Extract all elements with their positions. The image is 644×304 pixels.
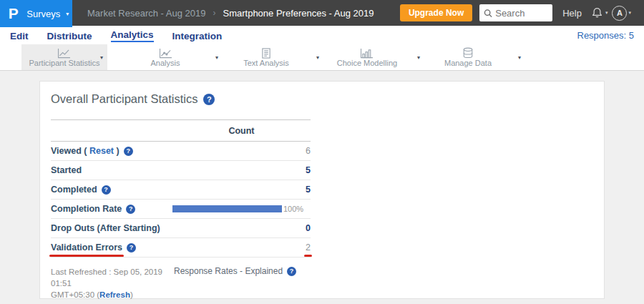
tab-participant-statistics[interactable]: Participant Statistics ▾: [21, 44, 107, 70]
breadcrumb-parent[interactable]: Market Research - Aug 2019: [87, 8, 205, 19]
help-icon[interactable]: ?: [126, 205, 135, 214]
tab-choice-modelling[interactable]: Choice Modelling ▾: [324, 44, 410, 70]
breadcrumb-current: Smartphone Preferences - Aug 2019: [223, 8, 374, 19]
breadcrumb: Market Research - Aug 2019 › Smartphone …: [87, 8, 374, 19]
reset-link[interactable]: Reset: [89, 146, 114, 156]
nav-tab-analytics[interactable]: Analytics: [111, 28, 154, 42]
row-value: 6: [172, 146, 311, 156]
product-menu[interactable]: P Surveys ▾: [0, 0, 72, 27]
last-refreshed-line1: Last Refreshed : Sep 05, 2019 01:51: [51, 268, 162, 288]
chevron-down-icon[interactable]: ▾: [518, 54, 521, 61]
page-title: Overall Participant Statistics: [51, 92, 197, 106]
table-row-validation-errors: Validation Errors? 2: [51, 238, 311, 258]
row-label: Completed: [51, 185, 97, 195]
notifications-menu[interactable]: ▾: [590, 6, 613, 19]
search-box[interactable]: [479, 4, 552, 21]
table-row-completion-rate: Completion Rate? 100%: [51, 200, 311, 219]
row-label: Started: [51, 165, 82, 175]
top-navbar: P Surveys ▾ Market Research - Aug 2019 ›…: [0, 0, 644, 26]
chevron-down-icon[interactable]: ▾: [215, 54, 218, 61]
upgrade-now-button[interactable]: Upgrade Now: [400, 4, 472, 21]
last-refreshed-suffix: ): [130, 290, 133, 299]
search-icon: [484, 9, 492, 18]
scatter-chart-icon: [159, 48, 172, 59]
help-icon[interactable]: ?: [102, 185, 111, 195]
responses-count[interactable]: Responses: 5: [577, 30, 635, 41]
line-chart-icon: [57, 48, 71, 59]
tab-text-analysis[interactable]: Text Analysis ▾: [223, 44, 309, 70]
database-icon: [462, 47, 474, 59]
table-row-drop-outs: Drop Outs (After Starting) 0: [51, 219, 311, 238]
row-value: 5: [172, 165, 311, 175]
questionpro-logo-icon: P: [9, 6, 19, 22]
table-row-started: Started 5: [51, 161, 311, 180]
last-refreshed-text: Last Refreshed : Sep 05, 2019 01:51 GMT+…: [51, 266, 174, 300]
statistics-table: Count Viewed ( Reset )? 6 Started 5 Comp…: [51, 119, 311, 258]
row-label: Viewed (: [51, 146, 89, 156]
table-header-row: Count: [51, 119, 311, 142]
account-menu[interactable]: A ▾: [612, 6, 635, 21]
breadcrumb-separator-icon: ›: [213, 8, 215, 18]
refresh-link[interactable]: Refresh: [99, 290, 130, 299]
nav-tab-edit[interactable]: Edit: [10, 29, 29, 41]
app-window: P Surveys ▾ Market Research - Aug 2019 ›…: [0, 0, 644, 304]
last-refreshed-line2: GMT+05:30 (: [51, 290, 99, 299]
row-label-suffix: ): [114, 146, 119, 156]
participant-statistics-card: Overall Participant Statistics ? Count V…: [39, 81, 605, 299]
nav-tab-integration[interactable]: Integration: [172, 29, 223, 41]
avatar: A: [612, 6, 627, 21]
row-value: 5: [172, 185, 311, 195]
chevron-down-icon[interactable]: ▾: [316, 54, 319, 61]
chevron-down-icon: ▾: [66, 11, 69, 17]
completion-rate-cell: 100%: [172, 205, 311, 213]
tab-analysis[interactable]: Analysis ▾: [122, 44, 208, 70]
bar-chart-icon: [360, 48, 374, 59]
tab-label: Analysis: [151, 59, 180, 67]
tab-label: Choice Modelling: [337, 59, 397, 67]
response-rates-explained: Response Rates - Explained ?: [174, 266, 296, 276]
completion-rate-bar-fill: [172, 205, 282, 212]
table-row-viewed: Viewed ( Reset )? 6: [51, 142, 311, 161]
help-icon[interactable]: ?: [127, 243, 136, 252]
chevron-down-icon[interactable]: ▾: [417, 54, 420, 61]
help-icon[interactable]: ?: [124, 147, 133, 156]
tab-label: Manage Data: [444, 59, 492, 67]
tab-label: Text Analysis: [243, 59, 289, 67]
bell-icon: [590, 6, 604, 19]
search-input[interactable]: [495, 8, 548, 19]
tab-manage-data[interactable]: Manage Data ▾: [425, 44, 511, 70]
nav-tab-distribute[interactable]: Distribute: [47, 29, 92, 41]
row-label: Completion Rate: [51, 204, 122, 214]
chevron-down-icon: ▾: [628, 10, 631, 16]
tab-label: Participant Statistics: [29, 59, 99, 67]
count-column-header: Count: [172, 126, 311, 136]
chevron-down-icon[interactable]: ▾: [100, 54, 103, 61]
row-value-annotated: 2: [306, 242, 311, 252]
analytics-toolbar: Participant Statistics ▾ Analysis ▾ Text…: [0, 44, 644, 71]
row-label-annotated: Validation Errors: [51, 242, 122, 252]
row-value: 0: [172, 223, 311, 233]
section-nav: Edit Distribute Analytics Integration Re…: [0, 26, 644, 44]
help-icon[interactable]: ?: [203, 94, 215, 105]
text-document-icon: [260, 48, 272, 59]
help-icon[interactable]: ?: [287, 267, 296, 276]
completion-rate-percent: 100%: [283, 205, 303, 213]
card-footer: Last Refreshed : Sep 05, 2019 01:51 GMT+…: [40, 258, 604, 300]
row-label: Drop Outs (After Starting): [51, 223, 160, 233]
completion-rate-bar-track: [172, 205, 282, 212]
help-link[interactable]: Help: [562, 8, 582, 19]
response-rates-label: Response Rates - Explained: [174, 266, 283, 276]
chevron-down-icon: ▾: [605, 10, 608, 16]
product-menu-label: Surveys: [26, 9, 60, 19]
table-row-completed: Completed? 5: [51, 180, 311, 200]
